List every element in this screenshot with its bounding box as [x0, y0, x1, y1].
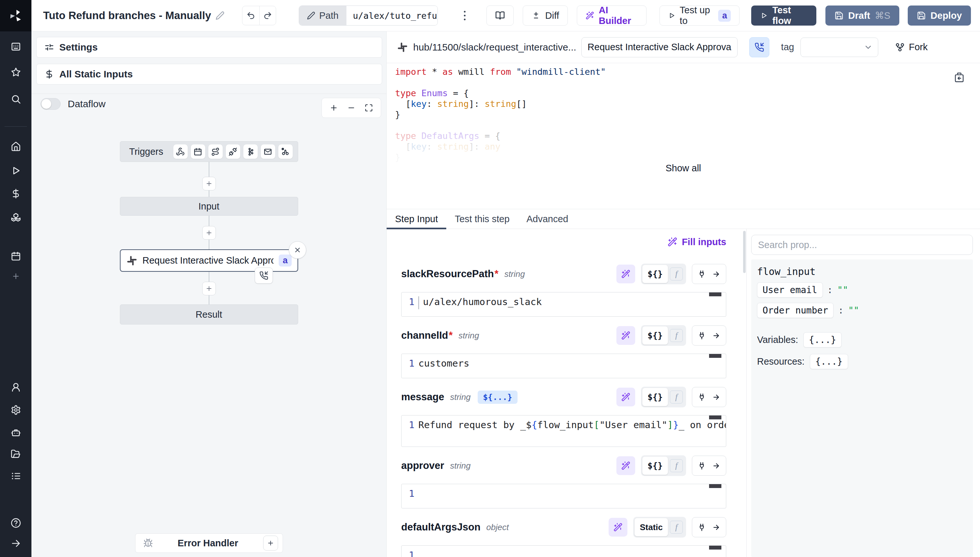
mode-selected-button[interactable]: ${} [642, 388, 668, 406]
plug-icon[interactable] [697, 393, 706, 402]
ai-builder-button[interactable]: AI Builder [577, 5, 646, 26]
ai-fill-button[interactable] [609, 518, 627, 537]
mode-selected-button[interactable]: ${} [642, 326, 668, 345]
path-input[interactable] [346, 6, 438, 25]
javascript-mode-button[interactable]: f [670, 459, 683, 472]
sidebar-item-home[interactable] [7, 138, 24, 155]
search-prop-input[interactable] [751, 235, 973, 255]
sidebar-item-folders[interactable] [7, 446, 24, 463]
sidebar-item-help[interactable] [7, 515, 24, 531]
undo-button[interactable] [242, 6, 259, 25]
flow-input-root[interactable]: flow_input [757, 266, 967, 277]
javascript-mode-button[interactable]: f [670, 391, 683, 404]
arrow-right-icon[interactable] [712, 331, 721, 340]
prop-key-chip[interactable]: Order number [757, 303, 833, 318]
windmill-logo[interactable] [0, 0, 31, 31]
group-value-chip[interactable]: {...} [810, 354, 848, 369]
poll-trigger-button[interactable] [278, 144, 293, 159]
path-label-button[interactable]: Path [299, 6, 346, 25]
fork-button[interactable]: Fork [895, 42, 928, 52]
copy-code-button[interactable] [954, 72, 964, 83]
edit-title-icon[interactable] [216, 11, 225, 20]
tab-test-this-step[interactable]: Test this step [446, 209, 518, 229]
result-node[interactable]: Result [120, 305, 298, 324]
test-flow-button[interactable]: Test flow [751, 5, 816, 26]
sidebar-item-workspace[interactable] [7, 38, 24, 55]
sidebar-item-variables[interactable] [7, 185, 24, 202]
tab-advanced[interactable]: Advanced [518, 209, 577, 229]
schedule-trigger-button[interactable] [191, 144, 206, 159]
add-error-handler-button[interactable] [263, 536, 278, 550]
ai-fill-button[interactable] [616, 456, 635, 475]
show-all-button[interactable]: Show all [659, 160, 708, 176]
sidebar-item-expand[interactable] [7, 535, 24, 552]
diff-button[interactable]: Diff [523, 5, 568, 26]
remove-node-button[interactable] [289, 241, 306, 259]
sidebar-item-users[interactable] [7, 379, 24, 396]
monaco-editor[interactable]: 1 [401, 546, 726, 557]
arrow-right-icon[interactable] [712, 270, 721, 278]
fill-inputs-button[interactable]: Fill inputs [668, 237, 726, 248]
step-summary-input[interactable] [581, 37, 738, 57]
sidebar-item-ai[interactable] [7, 424, 24, 441]
docs-button[interactable] [487, 5, 514, 26]
arrow-right-icon[interactable] [712, 523, 721, 532]
sidebar-item-logs[interactable] [7, 467, 24, 484]
zoom-in-button[interactable] [325, 99, 343, 117]
scrollbar-thumb[interactable] [743, 231, 746, 273]
sidebar-item-favorites[interactable] [7, 64, 24, 81]
sidebar-item-search[interactable] [7, 91, 24, 107]
http-route-trigger-button[interactable] [208, 144, 223, 159]
kafka-trigger-button[interactable] [243, 144, 258, 159]
tag-select[interactable] [800, 37, 878, 57]
email-trigger-button[interactable] [261, 144, 276, 159]
monaco-editor[interactable]: 1 u/alex/humorous_slack [401, 292, 726, 317]
javascript-mode-button[interactable]: f [670, 267, 683, 280]
code-editor-preview[interactable]: import * as wmill from "windmill-client"… [387, 63, 980, 209]
slack-approval-node[interactable]: Request Interactive Slack Approval (... … [120, 249, 298, 272]
monaco-editor[interactable]: 1 customers [401, 353, 726, 378]
monaco-editor[interactable]: 1 Refund request by _${flow_input["User … [401, 415, 726, 447]
arrow-right-icon[interactable] [712, 461, 721, 470]
ai-fill-button[interactable] [616, 388, 635, 406]
sidebar-item-resources[interactable] [7, 209, 24, 226]
plug-icon[interactable] [697, 523, 706, 532]
arrow-right-icon[interactable] [712, 393, 721, 402]
websocket-trigger-button[interactable] [225, 144, 240, 159]
plug-icon[interactable] [697, 331, 706, 340]
add-step-button[interactable] [202, 177, 216, 191]
plug-icon[interactable] [697, 461, 706, 470]
draft-button[interactable]: Draft ⌘S [825, 5, 899, 26]
zoom-out-button[interactable] [343, 99, 360, 117]
plug-icon[interactable] [697, 270, 706, 278]
tab-step-input[interactable]: Step Input [387, 209, 446, 229]
more-menu-button[interactable] [458, 8, 472, 23]
javascript-mode-button[interactable]: f [670, 329, 683, 342]
input-node[interactable]: Input [120, 197, 298, 216]
javascript-mode-button[interactable]: f [670, 521, 683, 534]
add-step-button[interactable] [202, 282, 216, 295]
mode-selected-button[interactable]: ${} [642, 457, 668, 475]
ai-fill-button[interactable] [616, 326, 635, 345]
prop-key-chip[interactable]: User email [757, 282, 823, 298]
deploy-button[interactable]: Deploy [908, 5, 971, 26]
test-up-to-button[interactable]: Test up to a [660, 5, 740, 26]
group-value-chip[interactable]: {...} [804, 332, 842, 347]
ai-fill-button[interactable] [616, 265, 635, 283]
hub-script-path[interactable]: hub/11500/slack/request_interactive... [397, 42, 576, 53]
sidebar-item-schedules[interactable] [7, 248, 24, 265]
redo-button[interactable] [259, 6, 276, 25]
monaco-editor[interactable]: 1 [401, 484, 726, 508]
mode-selected-button[interactable]: ${} [642, 265, 668, 283]
dataflow-toggle[interactable] [41, 98, 60, 110]
sidebar-item-runs[interactable] [7, 162, 24, 179]
sidebar-item-add[interactable] [7, 268, 24, 285]
fit-view-button[interactable] [360, 99, 377, 117]
triggers-bar[interactable]: Triggers [120, 141, 298, 162]
mode-selected-button[interactable]: Static [635, 518, 668, 536]
add-step-button[interactable] [202, 226, 216, 239]
suspend-settings-button[interactable] [749, 37, 769, 57]
webhook-trigger-button[interactable] [173, 144, 188, 159]
error-handler-node[interactable]: Error Handler [135, 533, 283, 553]
sidebar-item-settings[interactable] [7, 402, 24, 419]
